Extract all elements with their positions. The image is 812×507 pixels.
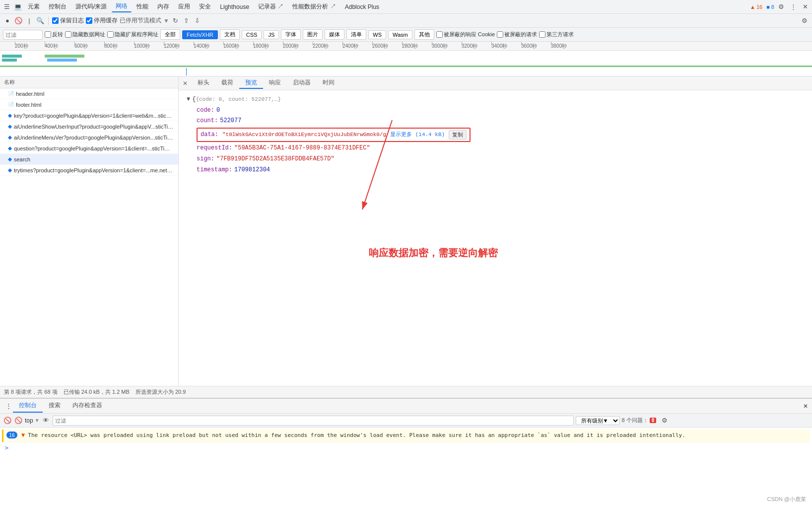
console-filter-icon[interactable]: 🚫: [14, 416, 23, 425]
console-eye-icon[interactable]: 👁: [42, 416, 51, 425]
console-prompt[interactable]: >: [2, 442, 810, 453]
filter-ws[interactable]: WS: [368, 30, 386, 39]
filter-clear[interactable]: 清单: [346, 29, 366, 40]
settings-icon[interactable]: ⚙: [776, 2, 786, 12]
file-item-search[interactable]: ◆ search: [0, 154, 178, 165]
console-close-btn[interactable]: ✕: [803, 403, 808, 410]
file-item-header[interactable]: 📄 header.html: [0, 88, 178, 99]
console-menu-icon[interactable]: ⋮: [4, 402, 13, 411]
hide-data-input[interactable]: [65, 31, 71, 38]
tab-timing[interactable]: 时间: [317, 77, 340, 89]
file-list-header: 名称: [0, 76, 178, 88]
devtools-icon[interactable]: ☰: [2, 2, 12, 12]
menu-perf-analysis[interactable]: 性能数据分析 ↗: [288, 1, 339, 12]
close-icon[interactable]: ✕: [800, 2, 810, 12]
tick-3000: 3000秒: [432, 42, 448, 51]
file-item-question[interactable]: ◆ question?product=googlePlugin&appVersi…: [0, 143, 178, 154]
xhr-method-6: ◆: [8, 167, 12, 173]
tab-initiator[interactable]: 启动器: [287, 77, 317, 89]
export-icon[interactable]: ⇩: [193, 16, 202, 25]
console-tab-main[interactable]: 控制台: [13, 399, 43, 413]
record-icon[interactable]: ●: [3, 16, 12, 25]
console-tab-memory[interactable]: 内存检查器: [67, 399, 108, 413]
console-tab-search[interactable]: 搜索: [43, 399, 67, 413]
prompt-arrow-icon: >: [5, 444, 8, 451]
menu-security[interactable]: 安全: [195, 1, 215, 12]
hide-data-checkbox[interactable]: 隐藏数据网址: [65, 31, 105, 38]
file-item-footer[interactable]: 📄 footer.html: [0, 99, 178, 110]
third-party-checkbox[interactable]: 第三方请求: [539, 31, 574, 38]
detail-close-button[interactable]: ✕: [181, 79, 190, 88]
console-filter-input[interactable]: [53, 416, 574, 426]
reverse-input[interactable]: [45, 31, 51, 38]
filter-js[interactable]: JS: [264, 30, 279, 39]
filter-wasm[interactable]: Wasm: [388, 30, 412, 39]
preserve-log-checkbox[interactable]: 保留日志: [52, 16, 84, 25]
file-item-aiu[interactable]: ◆ aiUnderlineShowUserInput?product=googl…: [0, 121, 178, 132]
tick-3400: 3400秒: [491, 42, 507, 51]
menu-console[interactable]: 控制台: [45, 1, 70, 12]
console-toolbar: 🚫 🚫 top ▼ 👁 所有级别▼ 8 个问题： 8 ⚙: [0, 414, 812, 428]
json-root-toggle[interactable]: ▼: [187, 94, 190, 105]
blocked-cookie-input[interactable]: [436, 31, 443, 38]
filter-input[interactable]: [3, 30, 43, 40]
filter-font[interactable]: 字体: [281, 29, 301, 40]
cache-checkbox[interactable]: 停用缓存: [86, 16, 118, 25]
tab-payload[interactable]: 载荷: [215, 77, 239, 89]
refresh-icon[interactable]: ↻: [171, 16, 180, 25]
network-timeline-line: [0, 66, 812, 67]
stop-icon[interactable]: 🚫: [14, 16, 23, 25]
console-context-selector[interactable]: top ▼: [25, 417, 40, 424]
menu-application[interactable]: 应用: [174, 1, 194, 12]
menu-recorder[interactable]: 记录器 ↗: [254, 1, 287, 12]
copy-button[interactable]: 复制: [449, 130, 467, 140]
tab-response[interactable]: 响应: [263, 77, 287, 89]
menu-sources[interactable]: 源代码/来源: [71, 1, 111, 12]
filter-img[interactable]: 图片: [303, 29, 323, 40]
hide-ext-input[interactable]: [107, 31, 114, 38]
menu-lighthouse[interactable]: Lighthouse: [216, 2, 253, 11]
json-timestamp-value: 1709812304: [234, 165, 270, 176]
menu-performance[interactable]: 性能: [133, 1, 152, 12]
tab-preview[interactable]: 预览: [239, 77, 263, 89]
import-icon[interactable]: ⇧: [182, 16, 191, 25]
filter-icon[interactable]: |: [25, 16, 34, 25]
blocked-cookie-checkbox[interactable]: 被屏蔽的响应 Cookie: [436, 31, 495, 38]
console-clear-icon[interactable]: 🚫: [3, 416, 12, 425]
hide-ext-checkbox[interactable]: 隐藏扩展程序网址: [107, 31, 158, 38]
console-settings-icon[interactable]: ⚙: [660, 416, 669, 425]
menu-adblock[interactable]: Adblock Plus: [341, 2, 383, 11]
search-icon[interactable]: 🔍: [36, 16, 45, 25]
inspect-icon[interactable]: 💻: [13, 2, 23, 12]
filter-other[interactable]: 其他: [414, 29, 434, 40]
console-level-select[interactable]: 所有级别▼: [576, 416, 620, 425]
third-party-input[interactable]: [539, 31, 545, 38]
menu-elements[interactable]: 元素: [24, 1, 44, 12]
json-requestid-line: requestId: "59A5B3AC-75A1-4167-9889-8374…: [187, 143, 808, 154]
blocked-request-input[interactable]: [497, 31, 503, 38]
preserve-log-input[interactable]: [52, 17, 59, 24]
filter-all[interactable]: 全部: [160, 29, 180, 40]
more-icon[interactable]: ⋮: [788, 2, 798, 12]
blocked-request-checkbox[interactable]: 被屏蔽的请求: [497, 31, 537, 38]
json-code-line: code: 0: [187, 105, 808, 116]
timeline-bar-2: [2, 59, 17, 62]
file-item-aim[interactable]: ◆ aiUnderlineMenuVer?product=googlePlugi…: [0, 132, 178, 143]
menu-memory[interactable]: 内存: [153, 1, 173, 12]
cache-input[interactable]: [86, 17, 92, 24]
reverse-checkbox[interactable]: 反转: [45, 31, 63, 38]
file-item-key[interactable]: ◆ key?product=googlePlugin&appVersion=1&…: [0, 110, 178, 121]
filter-fetch-xhr[interactable]: Fetch/XHR: [182, 30, 218, 39]
network-settings-icon[interactable]: ⚙: [800, 16, 809, 25]
show-more-link[interactable]: 显示更多 (14.4 kB): [390, 130, 445, 140]
file-item-trytimes[interactable]: ◆ trytimes?product=googlePlugin&appVersi…: [0, 165, 178, 176]
detail-tabs: ✕ 标头 载荷 预览 响应 启动器 时间: [179, 76, 812, 90]
filter-doc[interactable]: 文档: [220, 29, 240, 40]
filter-media[interactable]: 媒体: [325, 29, 344, 40]
tab-headers[interactable]: 标头: [192, 77, 215, 89]
tick-2800: 2800秒: [402, 42, 418, 51]
json-sign-value: "7FB919DF75D2A5135E38FDDB4FAE57D": [216, 154, 335, 165]
menu-network[interactable]: 网络: [112, 1, 132, 12]
filter-css[interactable]: CSS: [242, 30, 262, 39]
console-top-label: top: [25, 417, 33, 424]
